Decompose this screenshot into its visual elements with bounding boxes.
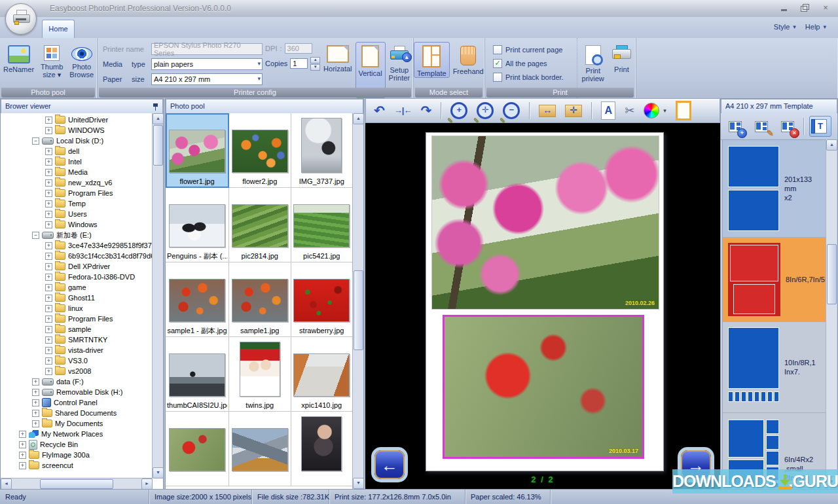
tree-item[interactable]: + vs2008	[1, 366, 153, 376]
add-template-button[interactable]: +	[725, 117, 746, 136]
text-template-button[interactable]: T	[809, 116, 831, 137]
thumb-size-button[interactable]: Thumb size ▾	[37, 42, 66, 79]
pool-vertical-scrollbar[interactable]: ▲ ▼	[352, 113, 363, 489]
tree-item[interactable]: + Shared Documents	[1, 408, 153, 418]
photo-thumbnail[interactable]	[293, 279, 350, 322]
photo-thumbnail[interactable]	[232, 204, 288, 247]
photo-thumbnail[interactable]	[169, 130, 225, 173]
scroll-right-icon[interactable]: ►	[141, 478, 153, 490]
tree-item[interactable]: + Program Files	[1, 188, 153, 198]
freehand-mode-button[interactable]: Freehand	[450, 42, 487, 78]
tree-item[interactable]: − Local Disk (D:)	[1, 135, 153, 146]
tree-item[interactable]: + Recycle Bin	[1, 439, 153, 450]
expand-toggle[interactable]: +	[45, 347, 52, 354]
photo-thumbnail[interactable]	[232, 130, 288, 173]
photo-cell[interactable]: flower2.jpg	[229, 113, 291, 188]
placed-photo-bottom-selected[interactable]: 2010.03.17	[443, 315, 644, 459]
photo-cell[interactable]: twins.jpg	[229, 337, 291, 412]
photo-thumbnail[interactable]	[293, 204, 350, 247]
checkbox[interactable]: ✓	[493, 59, 502, 68]
placed-photo-top[interactable]: 2010.02.26	[431, 135, 659, 310]
edit-template-button[interactable]: ✎	[751, 117, 772, 136]
expand-toggle[interactable]: +	[45, 211, 52, 218]
photo-thumbnail[interactable]	[301, 118, 342, 173]
align-center-icon[interactable]: →|←	[394, 103, 412, 118]
photo-cell[interactable]: IMG_3737.jpg	[291, 113, 354, 188]
expand-toggle[interactable]: +	[45, 221, 52, 228]
media-type-select[interactable]: plain papers ▾	[151, 58, 263, 70]
stretch-all-icon[interactable]: ✛	[565, 105, 582, 117]
tree-item[interactable]: + Users	[1, 209, 153, 219]
scroll-up-icon[interactable]: ▲	[153, 113, 164, 124]
print-option-row[interactable]: ✓ All the pages	[493, 59, 577, 67]
tree-item[interactable]: + My Documents	[1, 418, 153, 429]
tree-item[interactable]: + 3ce47e334e9298518f9f3738	[1, 240, 153, 251]
scrollbar-thumb[interactable]	[354, 270, 363, 350]
tree-item[interactable]: + Windows	[1, 219, 153, 230]
tree-item[interactable]: + screencut	[1, 460, 153, 471]
spin-down-icon[interactable]: ▼	[310, 64, 320, 71]
close-button[interactable]: ×	[818, 3, 833, 13]
photo-cell[interactable]: Penguins - 副本 (...	[166, 188, 229, 262]
page-preview[interactable]: 2010.02.26 2010.03.17	[426, 132, 664, 471]
zoom-out-icon[interactable]: −	[503, 102, 520, 119]
expand-toggle[interactable]: +	[32, 420, 39, 427]
tree-item[interactable]: + Fedora-10-i386-DVD	[1, 272, 153, 282]
photo-thumbnail[interactable]	[169, 428, 225, 471]
expand-toggle[interactable]: −	[32, 232, 39, 239]
border-frame-icon[interactable]	[676, 101, 691, 120]
expand-toggle[interactable]: +	[45, 200, 52, 207]
add-text-icon[interactable]: A	[601, 101, 615, 120]
scroll-left-icon[interactable]: ◄	[1, 478, 12, 490]
tree-item[interactable]: + UnitedDriver	[1, 115, 153, 125]
tree-item[interactable]: + Ghost11	[1, 293, 153, 303]
tree-item[interactable]: + Temp	[1, 198, 153, 209]
expand-toggle[interactable]: +	[45, 117, 52, 124]
scrollbar-thumb[interactable]	[827, 244, 837, 304]
tree-item[interactable]: + Media	[1, 167, 153, 177]
tree-item[interactable]: + sample	[1, 324, 153, 334]
expand-toggle[interactable]: +	[19, 441, 26, 448]
expand-toggle[interactable]: +	[32, 389, 39, 396]
photo-thumbnail[interactable]	[232, 279, 288, 322]
chevron-down-icon[interactable]: ▾	[663, 107, 666, 114]
tree-item[interactable]: + Program Files	[1, 314, 153, 324]
copies-stepper[interactable]: ▲ ▼	[310, 57, 320, 71]
application-menu-button[interactable]	[5, 3, 37, 35]
template-item[interactable]: 8In/6R,7In/5R	[723, 238, 826, 322]
template-vertical-scrollbar[interactable]: ▲ ▼	[826, 139, 837, 488]
spin-up-icon[interactable]: ▲	[310, 57, 320, 63]
photo-cell[interactable]: thumbCAI8SI2U.jpg	[166, 337, 229, 412]
tree-item[interactable]: + game	[1, 282, 153, 293]
tree-item[interactable]: + new_xdzq_v6	[1, 177, 153, 188]
stretch-horizontal-icon[interactable]: ↔	[539, 105, 556, 117]
tree-item[interactable]: + 6b93c1f4cc3b314cd8f79d6a	[1, 251, 153, 261]
expand-toggle[interactable]: +	[45, 169, 52, 176]
expand-toggle[interactable]: +	[32, 399, 39, 406]
tree-item[interactable]: + vista-driver	[1, 345, 153, 355]
photo-cell[interactable]	[166, 412, 229, 486]
tree-item[interactable]: + dell	[1, 146, 153, 156]
print-option-row[interactable]: Print current page	[493, 45, 577, 54]
zoom-in-icon[interactable]: +	[450, 102, 467, 119]
scissors-icon[interactable]: ✂	[625, 103, 634, 118]
scrollbar-thumb[interactable]	[153, 125, 163, 166]
template-item-selected[interactable]: 201x133 mm x2	[723, 140, 826, 238]
expand-toggle[interactable]: +	[45, 326, 52, 333]
expand-toggle[interactable]: +	[45, 190, 52, 197]
scroll-down-icon[interactable]: ▼	[353, 478, 364, 489]
expand-toggle[interactable]: +	[45, 179, 52, 187]
photo-cell[interactable]: flower1.jpg	[166, 113, 229, 188]
expand-toggle[interactable]: +	[45, 368, 52, 375]
scroll-up-icon[interactable]: ▲	[826, 139, 837, 151]
expand-toggle[interactable]: +	[45, 253, 52, 260]
delete-template-button[interactable]: ×	[777, 117, 798, 136]
tree-horizontal-scrollbar[interactable]: ◄ ►	[1, 478, 153, 489]
tree-item[interactable]: + Control Panel	[1, 397, 153, 408]
tree-item[interactable]: + VS3.0	[1, 355, 153, 366]
photo-thumbnail[interactable]	[240, 342, 280, 397]
help-menu[interactable]: Help ▾	[803, 23, 829, 31]
photo-cell[interactable]: sample1.jpg	[229, 262, 291, 337]
scrollbar-thumb[interactable]	[40, 479, 113, 489]
expand-toggle[interactable]: +	[45, 284, 52, 291]
